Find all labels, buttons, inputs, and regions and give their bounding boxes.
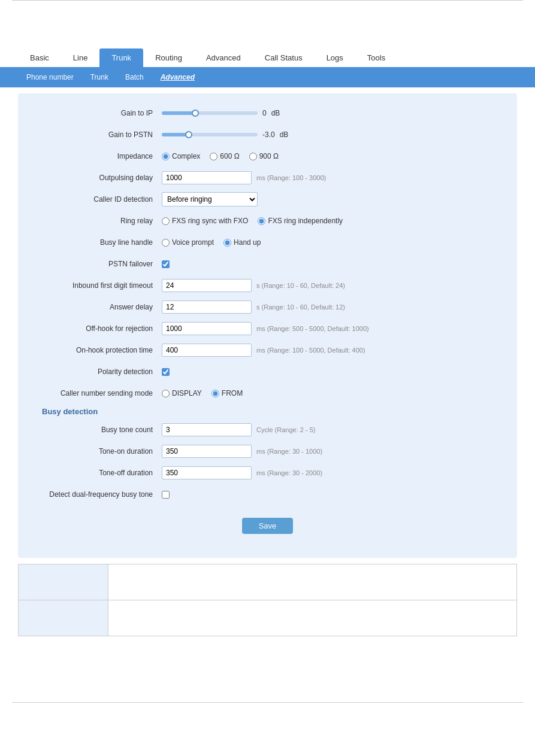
pstn-failover-control: [162, 260, 493, 268]
row-inbound-first-digit: Inbound first digit timeout 24 s (Range:…: [42, 278, 493, 293]
subnav-phone-number[interactable]: Phone number: [18, 71, 82, 84]
caller-number-mode-control: DISPLAY FROM: [162, 389, 493, 397]
caller-number-display-text: DISPLAY: [172, 389, 202, 397]
answer-delay-control: 12 s (Range: 10 - 60, Default: 12): [162, 300, 493, 314]
table-row2-col1: [19, 600, 108, 636]
row-outpulsing-delay: Outpulsing delay 1000 ms (Range: 100 - 3…: [42, 170, 493, 186]
ring-relay-label: Ring relay: [42, 217, 162, 225]
nav-basic[interactable]: Basic: [18, 48, 61, 67]
gain-to-ip-label: Gain to IP: [42, 109, 162, 117]
tone-off-hint: ms (Range: 30 - 2000): [256, 469, 322, 476]
caller-number-display-label[interactable]: DISPLAY: [162, 389, 202, 397]
table-row1-col1: [19, 564, 108, 600]
gain-to-ip-thumb[interactable]: [192, 110, 199, 117]
gain-to-ip-value: 0: [262, 109, 267, 117]
caller-number-from-label[interactable]: FROM: [211, 389, 243, 397]
gain-to-pstn-thumb[interactable]: [185, 131, 192, 138]
row-detect-dual: Detect dual-frequency busy tone: [42, 487, 493, 502]
row-gain-to-ip: Gain to IP 0 dB: [42, 105, 493, 121]
table-row-2: [19, 600, 517, 636]
tone-on-input[interactable]: 350: [162, 445, 252, 458]
outpulsing-delay-input[interactable]: 1000: [162, 171, 252, 184]
row-tone-off: Tone-off duration 350 ms (Range: 30 - 20…: [42, 465, 493, 481]
impedance-complex-radio[interactable]: [162, 153, 170, 160]
off-hook-label: Off-hook for rejection: [42, 324, 162, 333]
impedance-900-radio[interactable]: [249, 153, 257, 160]
off-hook-input[interactable]: 1000: [162, 322, 252, 335]
subnav-advanced[interactable]: Advanced: [152, 71, 203, 84]
impedance-600-radio[interactable]: [210, 153, 217, 160]
row-caller-number-mode: Caller number sending mode DISPLAY FROM: [42, 385, 493, 401]
tone-on-hint: ms (Range: 30 - 1000): [256, 448, 322, 455]
subnav-batch[interactable]: Batch: [117, 71, 152, 84]
busy-line-opt1-text: Voice prompt: [172, 238, 214, 247]
ring-relay-control: FXS ring sync with FXO FXS ring independ…: [162, 217, 493, 225]
polarity-detection-checkbox[interactable]: [162, 368, 170, 376]
busy-line-opt2-text: Hand up: [234, 238, 261, 247]
answer-delay-input[interactable]: 12: [162, 300, 252, 314]
busy-tone-count-control: 3 Cycle (Range: 2 - 5): [162, 423, 493, 436]
caller-number-display-radio[interactable]: [162, 390, 170, 397]
nav-advanced[interactable]: Advanced: [194, 48, 253, 67]
row-gain-to-pstn: Gain to PSTN -3.0 dB: [42, 127, 493, 142]
subnav-trunk[interactable]: Trunk: [82, 71, 117, 84]
impedance-900-label[interactable]: 900 Ω: [249, 152, 279, 160]
on-hook-input[interactable]: 400: [162, 344, 252, 357]
save-row: Save: [42, 512, 493, 534]
bottom-table: [18, 564, 517, 636]
impedance-600-label[interactable]: 600 Ω: [210, 152, 239, 160]
table-row-1: [19, 564, 517, 600]
gain-to-pstn-slider[interactable]: [162, 133, 258, 136]
caller-number-from-text: FROM: [222, 389, 243, 397]
busy-tone-count-label: Busy tone count: [42, 426, 162, 434]
pstn-failover-checkbox[interactable]: [162, 260, 170, 268]
answer-delay-label: Answer delay: [42, 303, 162, 311]
save-button[interactable]: Save: [242, 518, 294, 534]
polarity-detection-label: Polarity detection: [42, 368, 162, 376]
content-area: Gain to IP 0 dB Gain to PSTN -3.0 dB I: [18, 93, 517, 558]
ring-relay-opt1-text: FXS ring sync with FXO: [172, 217, 248, 225]
gain-to-pstn-value: -3.0: [262, 130, 275, 139]
inbound-first-digit-label: Inbound first digit timeout: [42, 281, 162, 290]
on-hook-control: 400 ms (Range: 100 - 5000, Default: 400): [162, 344, 493, 357]
outpulsing-delay-control: 1000 ms (Range: 100 - 3000): [162, 171, 493, 184]
busy-line-opt2-radio[interactable]: [223, 239, 231, 247]
busy-line-opt1-label[interactable]: Voice prompt: [162, 238, 214, 247]
inbound-first-digit-input[interactable]: 24: [162, 279, 252, 292]
ring-relay-opt2-radio[interactable]: [258, 217, 265, 225]
nav-trunk[interactable]: Trunk: [99, 48, 143, 67]
detect-dual-label: Detect dual-frequency busy tone: [42, 490, 162, 499]
tone-off-label: Tone-off duration: [42, 469, 162, 477]
off-hook-hint: ms (Range: 500 - 5000, Default: 1000): [256, 325, 369, 332]
outpulsing-delay-label: Outpulsing delay: [42, 174, 162, 182]
off-hook-control: 1000 ms (Range: 500 - 5000, Default: 100…: [162, 322, 493, 335]
bottom-spacer: [0, 642, 535, 690]
ring-relay-opt2-label[interactable]: FXS ring independently: [258, 217, 343, 225]
row-ring-relay: Ring relay FXS ring sync with FXO FXS ri…: [42, 213, 493, 229]
caller-number-from-radio[interactable]: [211, 390, 219, 397]
ring-relay-opt1-radio[interactable]: [162, 217, 170, 225]
detect-dual-checkbox[interactable]: [162, 491, 170, 499]
busy-tone-count-input[interactable]: 3: [162, 423, 252, 436]
busy-line-control: Voice prompt Hand up: [162, 238, 493, 247]
nav-line[interactable]: Line: [61, 48, 100, 67]
nav-logs[interactable]: Logs: [315, 48, 355, 67]
gain-to-ip-control: 0 dB: [162, 109, 493, 117]
caller-id-select[interactable]: Before ringing After ringing After answe…: [162, 192, 258, 207]
row-busy-line: Busy line handle Voice prompt Hand up: [42, 235, 493, 250]
busy-line-opt1-radio[interactable]: [162, 239, 170, 247]
pstn-failover-label: PSTN failover: [42, 260, 162, 268]
impedance-complex-label[interactable]: Complex: [162, 152, 200, 160]
gain-to-ip-unit: dB: [271, 109, 280, 117]
nav-tools[interactable]: Tools: [355, 48, 397, 67]
ring-relay-opt1-label[interactable]: FXS ring sync with FXO: [162, 217, 248, 225]
busy-line-opt2-label[interactable]: Hand up: [223, 238, 261, 247]
impedance-control: Complex 600 Ω 900 Ω: [162, 152, 493, 160]
gain-to-ip-slider[interactable]: [162, 111, 258, 115]
nav-routing[interactable]: Routing: [143, 48, 194, 67]
nav-call-status[interactable]: Call Status: [253, 48, 315, 67]
bottom-rule: [12, 702, 523, 703]
gain-to-pstn-control: -3.0 dB: [162, 130, 493, 139]
impedance-600-text: 600 Ω: [220, 152, 239, 160]
tone-off-input[interactable]: 350: [162, 466, 252, 479]
